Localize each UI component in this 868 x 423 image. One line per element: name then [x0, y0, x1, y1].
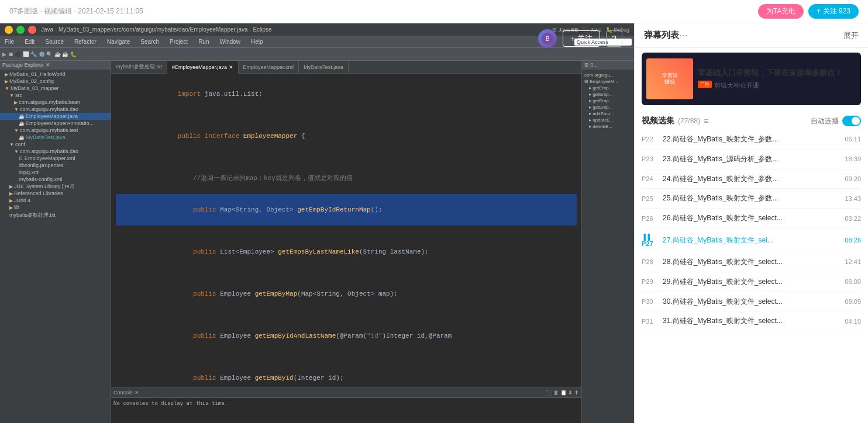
episode-duration-p29: 06:00: [845, 278, 861, 285]
menu-help[interactable]: Help: [249, 39, 266, 45]
episode-duration-p24: 09:20: [845, 175, 861, 182]
tree-item-reflibrary[interactable]: ▶Referenced Libraries: [0, 190, 111, 197]
console-actions: ⬛ 🗑 📋 ⬇ ⬆: [546, 390, 579, 396]
tree-item-helloworld[interactable]: ▶MyBatis_01_HelloWorld: [0, 71, 111, 78]
tab-mybatis-txt[interactable]: mybatis参数处理.txt: [111, 61, 167, 74]
menu-navigate[interactable]: Navigate: [105, 39, 132, 45]
episode-num-p22: P22: [642, 136, 658, 143]
episode-p26[interactable]: P26 26.尚硅谷_MyBatis_映射文件_select... 03:22: [642, 209, 861, 228]
episode-p24[interactable]: P24 24.尚硅谷_MyBatis_映射文件_参数... 09:20: [642, 169, 861, 189]
tree-item-mybatistxt[interactable]: mybatis参数处理.txt: [0, 211, 111, 220]
episode-title-p24: 24.尚硅谷_MyBatis_映射文件_参数...: [663, 174, 840, 184]
ad-thumb-text: 学剪辑赚钱: [662, 72, 678, 85]
episode-num-p25: P25: [642, 195, 658, 202]
episode-p27[interactable]: ▐▐ P27 27.尚硅谷_MyBatis_映射文件_sel... 08:26: [642, 228, 861, 252]
tab-employeemapper[interactable]: #EmployeeMapper.java ✕: [167, 61, 239, 74]
tree-item-config[interactable]: ▶MyBatis_02_config: [0, 78, 111, 85]
outline-item-2: ⊟ EmployeeM...: [584, 78, 632, 85]
tree-item-test-pkg[interactable]: ▼com.atguigu.mybatis.test: [0, 127, 111, 134]
episode-p23[interactable]: P23 23.尚硅谷_MyBatis_源码分析_参数... 18:39: [642, 150, 861, 169]
code-line-interface: public interface EmployeeMapper {: [116, 120, 577, 152]
code-line-blank2: [116, 152, 577, 162]
main-container: Java - MyBatis_03_mapper/src/com/atguigu…: [0, 23, 868, 423]
playlist-section: 视频选集 (27/88) ≡ 自动连播 P22 22.尚硅谷_MyBatis_映…: [635, 110, 868, 423]
outline-item-6: ▸ getEmp...: [584, 104, 632, 110]
outline-panel: ⊞ 0... com.atguigu... ⊟ EmployeeM... ▸ g…: [581, 61, 634, 423]
tree-item-dao[interactable]: ▼com.atguigu.mybatis.dao: [0, 106, 111, 113]
tree-item-employeemapper-xml[interactable]: 🗒EmployeeMapper.xml: [0, 155, 111, 162]
menu-run[interactable]: Run: [196, 39, 211, 45]
menu-source[interactable]: Source: [43, 39, 66, 45]
tree-item-bean[interactable]: ▶com.atguigu.mybatis.bean: [0, 99, 111, 106]
code-line-1: import java.util.List;: [116, 78, 577, 110]
tree-item-lib[interactable]: ▶lib: [0, 204, 111, 211]
tree-item-conf-dao[interactable]: ▼com.atguigu.mybatis.dao: [0, 148, 111, 155]
expand-button[interactable]: 展开: [843, 30, 859, 41]
danmaku-more-icon[interactable]: ···: [679, 29, 688, 41]
episode-num-p30: P30: [642, 298, 658, 305]
outline-content: com.atguigu... ⊟ EmployeeM... ▸ getEmp..…: [582, 70, 634, 132]
help-button[interactable]: ?: [606, 30, 622, 47]
code-editor[interactable]: import java.util.List; public interface …: [111, 74, 581, 387]
uploader-avatar: B: [538, 29, 557, 48]
tab-employeemapper-xml[interactable]: EmployeeMapper.xml: [239, 61, 299, 74]
editor-area: mybatis参数处理.txt #EmployeeMapper.java ✕ E…: [111, 61, 581, 423]
maximize-btn: [16, 26, 25, 34]
ad-thumbnail: 学剪辑赚钱: [646, 58, 693, 99]
outline-item-4: ▸ getEmp...: [584, 91, 632, 98]
danmaku-title: 弹幕列表: [644, 30, 679, 41]
playlist-view-icon[interactable]: ≡: [704, 116, 708, 126]
menu-search[interactable]: Search: [138, 39, 161, 45]
package-explorer-header: Package Explorer ✕: [0, 61, 111, 70]
episode-title-p25: 25.尚硅谷_MyBatis_映射文件_参数...: [663, 193, 840, 203]
follow-icon: +: [570, 34, 575, 43]
tree-item-mybatistest[interactable]: ☕MyBatisTest.java: [0, 134, 111, 141]
episode-p22[interactable]: P22 22.尚硅谷_MyBatis_映射文件_参数... 06:11: [642, 130, 861, 150]
episode-p29[interactable]: P29 29.尚硅谷_MyBatis_映射文件_select... 06:00: [642, 272, 861, 292]
console-message: No consoles to display at this time.: [113, 400, 228, 406]
menu-refactor[interactable]: Refactor: [72, 39, 99, 45]
auto-play-toggle[interactable]: [842, 116, 861, 126]
tab-mybatistest[interactable]: MyBatisTest.java: [299, 61, 349, 74]
follow-button[interactable]: + 关注 923: [808, 4, 859, 19]
follow-text: 关注: [577, 33, 593, 44]
editor-tabs: mybatis参数处理.txt #EmployeeMapper.java ✕ E…: [111, 61, 581, 74]
tree-item-src[interactable]: ▼src: [0, 92, 111, 99]
episode-title-p30: 30.尚硅谷_MyBatis_映射文件_select...: [663, 297, 840, 307]
video-follow-button[interactable]: + 关注: [563, 30, 600, 47]
tree-item-annotation[interactable]: ☕EmployeeMapperAnnotatio...: [0, 120, 111, 127]
episode-num-p28: P28: [642, 258, 658, 265]
ad-banner[interactable]: 学剪辑赚钱 零基础入门学剪辑，下班在家接单多赚点！ 广告 剪辑大神公开课: [642, 53, 861, 105]
tree-item-employeemapper[interactable]: ☕EmployeeMapper.java: [0, 113, 111, 120]
toggle-knob: [852, 117, 860, 125]
charge-button[interactable]: 为TA充电: [758, 4, 804, 19]
menu-file[interactable]: File: [2, 39, 16, 45]
episode-num-p31: P31: [642, 318, 658, 325]
top-bar: 07多图版 · 视频编辑 · 2021-02-15 21:11:05 为TA充电…: [0, 0, 868, 23]
tree-item-dbconfig[interactable]: dbconfig.properties: [0, 162, 111, 169]
episode-p25[interactable]: P25 25.尚硅谷_MyBatis_映射文件_参数... 13:43: [642, 189, 861, 209]
tree-item-mapper[interactable]: ▼MyBatis_03_mapper: [0, 85, 111, 92]
ad-text-content: 零基础入门学剪辑，下班在家接单多赚点！ 广告 剪辑大神公开课: [698, 67, 856, 91]
episode-p31[interactable]: P31 31.尚硅谷_MyBatis_映射文件_select... 04:10: [642, 311, 861, 331]
outline-header: ⊞ 0...: [582, 61, 634, 70]
outline-item-3: ▸ getEmp...: [584, 85, 632, 91]
video-overlay-controls: B + 关注 ?: [538, 29, 622, 48]
tree-item-conf[interactable]: ▼conf: [0, 141, 111, 148]
tree-item-log4j[interactable]: log4j.xml: [0, 169, 111, 176]
episode-p30[interactable]: P30 30.尚硅谷_MyBatis_映射文件_select... 08:09: [642, 292, 861, 312]
menu-window[interactable]: Window: [217, 39, 243, 45]
menu-project[interactable]: Project: [167, 39, 190, 45]
tree-item-mybatisconfig[interactable]: mybatis-config.xml: [0, 176, 111, 183]
console-title: Console ✕: [113, 390, 139, 396]
tree-item-jre[interactable]: ▶JRE System Library [jre7]: [0, 183, 111, 190]
menu-edit[interactable]: Edit: [22, 39, 37, 45]
code-line-blank5: [116, 310, 577, 320]
svg-text:B: B: [546, 36, 550, 42]
tree-item-junit4[interactable]: ▶JUnit 4: [0, 197, 111, 204]
video-player[interactable]: Java - MyBatis_03_mapper/src/com/atguigu…: [0, 23, 634, 423]
breadcrumb: 07多图版 · 视频编辑 · 2021-02-15 21:11:05: [9, 6, 143, 16]
episode-num-p23: P23: [642, 155, 658, 162]
episode-title-p31: 31.尚硅谷_MyBatis_映射文件_select...: [663, 316, 840, 326]
episode-p28[interactable]: P28 28.尚硅谷_MyBatis_映射文件_select... 12:41: [642, 252, 861, 272]
